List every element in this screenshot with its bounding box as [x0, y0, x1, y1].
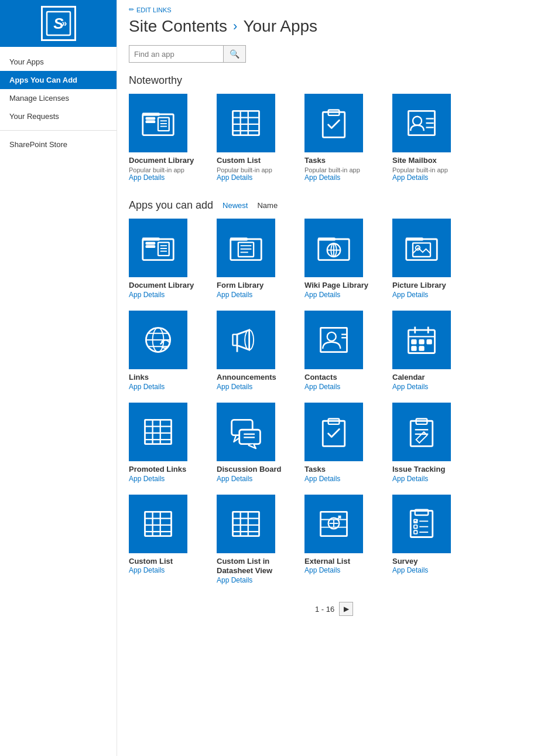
sidebar-item-sharepoint-store[interactable]: SharePoint Store [0, 135, 117, 154]
app-details-link-discussion-board[interactable]: App Details [217, 475, 252, 483]
app-details-link-doc-lib[interactable]: App Details [129, 291, 165, 299]
app-item-form-lib[interactable]: Form Library App Details [217, 219, 299, 299]
app-item-custom-list-datasheet[interactable]: Custom List in Datasheet View App Detail… [217, 495, 299, 585]
app-icon-calendar [392, 311, 451, 369]
app-details-link-custom-list-datasheet[interactable]: App Details [217, 576, 252, 584]
app-item-tasks-noteworthy[interactable]: Tasks Popular built-in app App Details [304, 94, 386, 182]
app-icon-doc-lib-noteworthy [129, 94, 187, 152]
app-item-site-mailbox-noteworthy[interactable]: Site Mailbox Popular built-in app App De… [392, 94, 474, 182]
app-item-custom-list[interactable]: Custom List App Details [129, 495, 211, 585]
pagination-next-button[interactable]: ▶ [339, 602, 353, 616]
app-subtitle-tasks-noteworthy: Popular built-in app [304, 166, 360, 173]
app-details-link-doc-lib-noteworthy[interactable]: App Details [129, 173, 165, 182]
app-details-link-links[interactable]: App Details [129, 383, 165, 391]
pagination: 1 - 16 ▶ [129, 602, 539, 616]
app-name-external-list: External List [304, 557, 350, 567]
app-icon-tasks-noteworthy [304, 94, 363, 152]
app-details-link-custom-list[interactable]: App Details [129, 566, 165, 574]
app-item-issue-tracking[interactable]: Issue Tracking App Details [392, 403, 474, 483]
app-item-custom-list-noteworthy[interactable]: Custom List Popular built-in app App Det… [217, 94, 299, 182]
app-details-link-contacts[interactable]: App Details [304, 383, 340, 391]
apps-section-header: Apps you can add Newest Name [129, 199, 539, 212]
pagination-range: 1 - 16 [315, 605, 334, 614]
app-item-doc-lib-noteworthy[interactable]: Document Library Popular built-in app Ap… [129, 94, 211, 182]
svg-rect-67 [412, 346, 416, 350]
app-icon-site-mailbox-noteworthy [392, 94, 451, 152]
app-details-link-external-list[interactable]: App Details [304, 566, 340, 574]
svg-point-20 [413, 117, 422, 125]
svg-rect-10 [146, 121, 155, 122]
sort-name-label[interactable]: Name [257, 201, 278, 210]
search-input[interactable] [129, 46, 223, 62]
app-icon-wiki-page-lib [304, 219, 363, 277]
svg-rect-110 [414, 530, 417, 534]
app-icon-issue-tracking [392, 403, 451, 461]
app-item-discussion-board[interactable]: Discussion Board App Details [217, 403, 299, 483]
app-item-calendar[interactable]: Calendar App Details [392, 311, 474, 391]
svg-rect-31 [146, 246, 155, 247]
search-bar: 🔍 [129, 45, 246, 63]
svg-text:»: » [61, 18, 67, 28]
app-item-external-list[interactable]: External List App Details [304, 495, 386, 585]
app-item-wiki-page-lib[interactable]: Wiki Page Library App Details [304, 219, 386, 299]
app-details-link-calendar[interactable]: App Details [392, 383, 428, 391]
app-icon-links [129, 311, 187, 369]
sidebar: S » Your Apps Apps You Can Add Manage Li… [0, 0, 117, 756]
edit-links-label: EDIT LINKS [136, 6, 172, 13]
app-name-doc-lib-noteworthy: Document Library [129, 156, 194, 166]
app-name-promoted-links: Promoted Links [129, 465, 186, 475]
app-details-link-tasks[interactable]: App Details [304, 475, 340, 483]
pencil-icon: ✏ [129, 6, 134, 13]
svg-rect-65 [419, 340, 424, 344]
app-details-link-tasks-noteworthy[interactable]: App Details [304, 173, 340, 182]
app-details-link-survey[interactable]: App Details [392, 566, 428, 574]
svg-rect-66 [427, 340, 432, 344]
app-item-contacts[interactable]: Contacts App Details [304, 311, 386, 391]
app-name-custom-list-datasheet: Custom List in Datasheet View [217, 557, 299, 577]
app-icon-external-list [304, 495, 363, 553]
sort-newest-link[interactable]: Newest [223, 201, 248, 210]
search-button[interactable]: 🔍 [223, 46, 245, 62]
app-item-picture-lib[interactable]: Picture Library App Details [392, 219, 474, 299]
app-details-link-issue-tracking[interactable]: App Details [392, 475, 428, 483]
sidebar-item-manage-licenses[interactable]: Manage Licenses [0, 89, 117, 107]
svg-rect-30 [146, 243, 155, 244]
svg-rect-86 [145, 512, 172, 536]
app-item-doc-lib[interactable]: Document Library App Details [129, 219, 211, 299]
app-details-link-picture-lib[interactable]: App Details [392, 291, 428, 299]
app-icon-discussion-board [217, 403, 275, 461]
app-icon-tasks [304, 403, 363, 461]
app-item-survey[interactable]: Survey App Details [392, 495, 474, 585]
app-item-promoted-links[interactable]: Promoted Links App Details [129, 403, 211, 483]
app-item-tasks[interactable]: Tasks App Details [304, 403, 386, 483]
app-details-link-custom-list-noteworthy[interactable]: App Details [217, 173, 252, 182]
app-subtitle-doc-lib-noteworthy: Popular built-in app [129, 166, 184, 173]
app-icon-custom-list [129, 495, 187, 553]
app-details-link-promoted-links[interactable]: App Details [129, 475, 165, 483]
app-name-discussion-board: Discussion Board [217, 465, 282, 475]
app-name-survey: Survey [392, 557, 417, 567]
sidebar-item-apps-you-can-add[interactable]: Apps You Can Add [0, 71, 117, 89]
app-name-tasks-noteworthy: Tasks [304, 156, 326, 166]
app-details-link-site-mailbox-noteworthy[interactable]: App Details [392, 173, 428, 182]
edit-links[interactable]: ✏ EDIT LINKS [129, 0, 539, 15]
app-name-picture-lib: Picture Library [392, 281, 446, 291]
sidebar-item-your-requests[interactable]: Your Requests [0, 107, 117, 125]
app-name-site-mailbox-noteworthy: Site Mailbox [392, 156, 437, 166]
app-icon-announcements [217, 311, 275, 369]
app-item-announcements[interactable]: Announcements App Details [217, 311, 299, 391]
app-details-link-announcements[interactable]: App Details [217, 383, 252, 391]
sidebar-divider [0, 130, 117, 131]
sidebar-item-your-apps[interactable]: Your Apps [0, 53, 117, 71]
app-details-link-wiki-page-lib[interactable]: App Details [304, 291, 340, 299]
svg-rect-9 [146, 118, 155, 120]
app-icon-promoted-links [129, 403, 187, 461]
page-title-separator: › [233, 19, 237, 34]
app-icon-form-lib [217, 219, 275, 277]
app-details-link-form-lib[interactable]: App Details [217, 291, 252, 299]
app-icon-custom-list-datasheet [217, 495, 275, 553]
app-item-links[interactable]: Links App Details [129, 311, 211, 391]
app-subtitle-custom-list-noteworthy: Popular built-in app [217, 166, 272, 173]
app-subtitle-site-mailbox-noteworthy: Popular built-in app [392, 166, 448, 173]
apps-section-title: Apps you can add [129, 199, 213, 212]
